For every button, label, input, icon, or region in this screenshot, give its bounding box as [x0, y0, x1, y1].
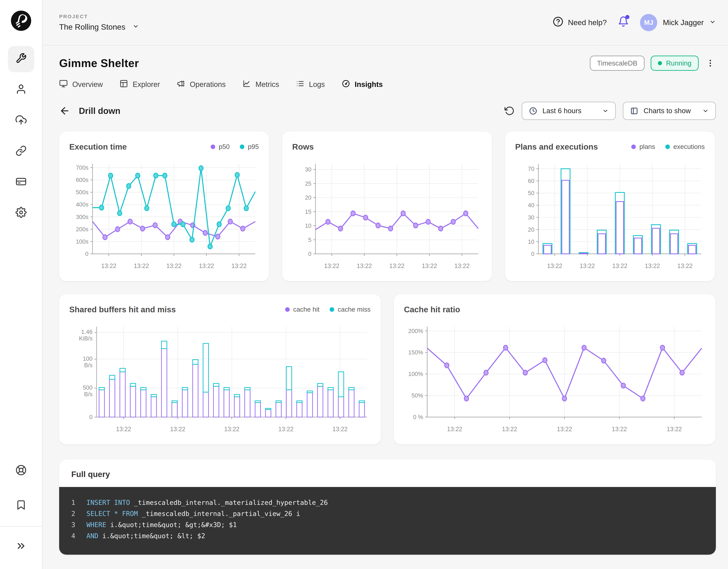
tab-overview[interactable]: Overview [59, 79, 103, 90]
cache-hit-ratio-card: Cache hit ratio 0 %50%100%150%200%13:221… [394, 294, 715, 444]
shared-buffers-card: Shared buffers hit and miss cache hitcac… [59, 294, 381, 444]
main-content: Gimme Shelter TimescaleDB Running Overvi… [42, 46, 728, 569]
notifications-button[interactable] [618, 16, 629, 29]
svg-text:60: 60 [528, 178, 534, 184]
time-range-value: Last 6 hours [542, 107, 597, 115]
svg-text:13:22: 13:22 [557, 426, 572, 432]
svg-text:0: 0 [531, 251, 534, 257]
svg-text:0 %: 0 % [413, 414, 423, 420]
legend-item: cache hit [285, 306, 320, 313]
project-name: The Rolling Stones [59, 22, 125, 32]
sidebar-item-bookmarks[interactable] [8, 493, 34, 519]
table-icon [119, 79, 128, 90]
chart-title: Plans and executions [515, 142, 598, 152]
chart-title: Cache hit ratio [404, 305, 460, 314]
chart-legend: p50p95 [211, 143, 259, 151]
svg-text:0: 0 [308, 251, 311, 257]
code-line: 1INSERT INTO _timescaledb_internal._mate… [71, 497, 704, 508]
svg-text:200%: 200% [408, 328, 423, 334]
svg-text:13:22: 13:22 [547, 263, 562, 269]
full-query-title: Full query [71, 470, 110, 479]
tab-logs[interactable]: Logs [296, 79, 325, 90]
tab-explorer[interactable]: Explorer [119, 79, 160, 90]
project-selector[interactable]: PROJECT The Rolling Stones [59, 14, 139, 32]
code-line: 2SELECT * FROM _timescaledb_internal._pa… [71, 508, 704, 519]
charts-to-show-select[interactable]: Charts to show [623, 102, 716, 120]
user-icon [16, 84, 27, 97]
tab-metrics[interactable]: Metrics [242, 79, 279, 90]
legend-item: cache miss [330, 306, 371, 313]
back-button[interactable] [59, 105, 70, 116]
time-range-select[interactable]: Last 6 hours [522, 102, 616, 120]
full-query-card: Full query 1INSERT INTO _timescaledb_int… [59, 459, 716, 555]
svg-text:400s: 400s [76, 201, 88, 208]
user-menu[interactable]: MJ Mick Jagger [640, 14, 716, 31]
cache-hit-ratio-chart: 0 %50%100%150%200%13:2213:2213:2213:2213… [404, 319, 705, 435]
reset-button[interactable] [505, 106, 515, 116]
sidebar-item-support[interactable] [8, 458, 34, 484]
bookmark-icon [16, 499, 27, 512]
svg-text:13:22: 13:22 [199, 263, 214, 269]
svg-text:700s: 700s [76, 164, 88, 171]
svg-text:13:22: 13:22 [612, 426, 627, 432]
sql-code-block: 1INSERT INTO _timescaledb_internal._mate… [59, 487, 716, 555]
sidebar-expand-button[interactable] [8, 534, 34, 560]
top-header: PROJECT The Rolling Stones Need help? MJ… [42, 0, 728, 46]
svg-text:100s: 100s [76, 238, 88, 245]
svg-text:50%: 50% [412, 392, 423, 399]
svg-text:15: 15 [305, 209, 311, 215]
line-chart-icon [242, 79, 251, 90]
more-options-button[interactable] [705, 58, 716, 69]
columns-icon [630, 107, 639, 115]
app-root: PROJECT The Rolling Stones Need help? MJ… [0, 0, 728, 569]
sidebar-item-settings[interactable] [8, 200, 34, 227]
chevron-down-icon [132, 22, 139, 32]
legend-dot-icon [211, 145, 215, 149]
sidebar-item-billing[interactable] [8, 169, 34, 196]
code-line: 4AND i.&quot;time&quot; &lt; $2 [71, 530, 704, 542]
sidebar-item-integrations[interactable] [8, 139, 34, 165]
page-title: Gimme Shelter [59, 57, 139, 70]
legend-dot-icon [665, 145, 670, 149]
svg-text:50: 50 [528, 190, 534, 196]
list-icon [296, 79, 304, 90]
svg-text:13:22: 13:22 [447, 426, 462, 432]
svg-text:30: 30 [528, 214, 534, 221]
service-type-badge: TimescaleDB [590, 56, 645, 71]
svg-text:13:22: 13:22 [645, 263, 660, 269]
svg-text:300s: 300s [76, 214, 88, 220]
svg-text:13:22: 13:22 [134, 263, 149, 269]
svg-text:70: 70 [528, 166, 534, 172]
svg-text:13:22: 13:22 [422, 263, 437, 269]
svg-text:13:22: 13:22 [224, 426, 239, 432]
sidebar-divider [0, 526, 42, 527]
svg-text:13:22: 13:22 [612, 263, 627, 269]
svg-text:0: 0 [85, 251, 88, 257]
sidebar-item-members[interactable] [8, 77, 34, 103]
life-buoy-icon [16, 465, 27, 477]
svg-text:13:22: 13:22 [170, 426, 185, 432]
help-circle-icon [553, 16, 563, 29]
svg-text:13:22: 13:22 [667, 426, 682, 432]
svg-text:25: 25 [305, 181, 311, 187]
plans-executions-chart: 01020304050607013:2213:2213:2213:2213:22 [515, 157, 705, 272]
svg-text:13:22: 13:22 [278, 426, 293, 432]
svg-text:1.46KiB/s: 1.46KiB/s [79, 328, 93, 341]
clock-icon [529, 107, 537, 115]
sidebar-item-services[interactable] [8, 46, 34, 72]
chart-title: Shared buffers hit and miss [69, 305, 176, 314]
need-help-button[interactable]: Need help? [553, 16, 607, 29]
service-tabs: Overview Explorer Operations Metrics Log… [59, 79, 716, 90]
user-name: Mick Jagger [663, 18, 704, 27]
timescale-logo [11, 11, 31, 31]
sidebar-item-import[interactable] [8, 108, 34, 134]
svg-text:0: 0 [89, 414, 93, 420]
svg-text:100%: 100% [408, 371, 423, 377]
svg-text:13:22: 13:22 [502, 426, 517, 432]
shared-buffers-chart: 0500B/s100B/s1.46KiB/s13:2213:2213:2213:… [69, 319, 371, 435]
tab-insights[interactable]: Insights [342, 79, 383, 90]
project-label: PROJECT [59, 14, 139, 19]
svg-text:10: 10 [305, 223, 311, 229]
tab-operations[interactable]: Operations [177, 79, 226, 90]
legend-dot-icon [240, 145, 244, 149]
